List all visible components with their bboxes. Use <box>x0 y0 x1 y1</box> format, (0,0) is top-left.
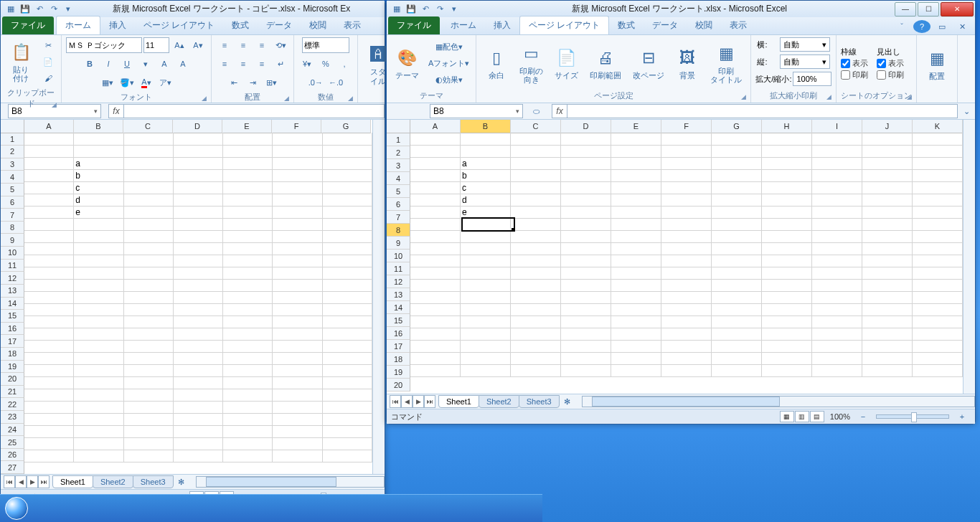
cell[interactable] <box>913 230 963 243</box>
column-header[interactable]: B <box>74 120 123 133</box>
cell[interactable] <box>323 425 372 438</box>
cell[interactable] <box>24 242 74 255</box>
cell[interactable] <box>461 133 511 146</box>
printarea-button[interactable]: 🖨印刷範囲 <box>585 45 626 81</box>
font-expand-icon[interactable]: ▾ <box>137 56 154 72</box>
cell[interactable] <box>862 169 913 182</box>
cell[interactable] <box>223 206 273 219</box>
cell[interactable] <box>174 425 223 438</box>
cell[interactable] <box>273 255 322 267</box>
cell[interactable] <box>712 242 762 255</box>
cell[interactable] <box>323 169 372 182</box>
cell[interactable] <box>74 279 123 292</box>
cell[interactable] <box>762 145 812 158</box>
cell[interactable] <box>611 267 661 280</box>
row-header[interactable]: 23 <box>1 411 24 424</box>
cell[interactable] <box>124 267 174 280</box>
cell[interactable] <box>862 328 913 341</box>
undo-icon[interactable]: ↶ <box>34 4 45 15</box>
gridlines-print-checkbox[interactable]: 印刷 <box>841 70 868 80</box>
tab-formulas[interactable]: 数式 <box>609 16 644 34</box>
cell[interactable] <box>712 315 762 328</box>
cell[interactable] <box>812 291 862 304</box>
scale-input[interactable]: 100% <box>793 72 831 86</box>
column-header[interactable]: H <box>762 120 812 133</box>
cell[interactable] <box>461 267 511 280</box>
column-header[interactable]: A <box>24 120 74 133</box>
cell[interactable] <box>712 340 762 353</box>
cell[interactable] <box>461 255 511 267</box>
qat-more-icon[interactable]: ▾ <box>448 4 460 15</box>
cell[interactable] <box>611 291 661 304</box>
worksheet-grid[interactable]: 1234567891011121314151617181920212223242… <box>1 120 385 474</box>
cell[interactable] <box>611 279 661 292</box>
cell[interactable] <box>511 255 561 267</box>
cell[interactable] <box>124 315 174 328</box>
font-size-input[interactable] <box>143 37 169 53</box>
new-sheet-button[interactable]: ✻ <box>173 474 190 490</box>
cell[interactable] <box>273 303 322 316</box>
row-header[interactable]: 16 <box>1 323 24 336</box>
fx-button[interactable]: fx <box>108 104 123 118</box>
grow-font-button[interactable]: A▴ <box>171 37 188 53</box>
tab-formulas[interactable]: 数式 <box>223 16 258 34</box>
cell[interactable] <box>762 255 812 267</box>
cell[interactable] <box>323 315 372 328</box>
row-header[interactable]: 19 <box>1 361 24 374</box>
cell[interactable] <box>712 169 762 182</box>
cell[interactable] <box>223 352 273 365</box>
number-format-input[interactable] <box>302 37 349 53</box>
cell[interactable] <box>273 181 322 194</box>
cell[interactable] <box>812 133 862 146</box>
cell[interactable] <box>712 218 762 231</box>
cell[interactable]: d <box>461 194 511 207</box>
cell[interactable] <box>461 303 511 316</box>
cell[interactable] <box>174 267 223 280</box>
chevron-down-icon[interactable]: ▾ <box>94 108 98 115</box>
wrap-text-button[interactable]: ↵ <box>272 56 289 72</box>
cell[interactable] <box>461 328 511 341</box>
dialog-launcher-icon[interactable]: ◢ <box>907 93 912 100</box>
window-close-icon[interactable]: ✕ <box>953 19 971 34</box>
cell[interactable] <box>611 157 661 170</box>
cell[interactable] <box>611 218 661 231</box>
cell[interactable] <box>74 315 123 328</box>
cell[interactable] <box>461 340 511 353</box>
cell[interactable] <box>712 303 762 316</box>
cell[interactable] <box>410 169 461 182</box>
cell[interactable] <box>461 230 511 243</box>
decrease-decimal-button[interactable]: ←.0 <box>326 75 345 90</box>
row-header[interactable]: 14 <box>1 298 24 310</box>
cell[interactable] <box>762 242 812 255</box>
cell[interactable] <box>223 291 273 304</box>
cell[interactable] <box>174 181 223 194</box>
align-middle-button[interactable]: ≡ <box>235 37 252 53</box>
cell[interactable]: b <box>74 169 123 182</box>
cell[interactable] <box>24 194 74 207</box>
cell[interactable] <box>661 315 712 328</box>
cell[interactable] <box>273 450 322 462</box>
row-header[interactable]: 11 <box>387 262 410 275</box>
bold-button[interactable]: B <box>81 56 98 72</box>
font-name-input[interactable] <box>66 37 142 53</box>
cell[interactable] <box>174 194 223 207</box>
cell[interactable] <box>712 157 762 170</box>
cell[interactable] <box>273 437 322 450</box>
cell[interactable] <box>24 340 74 353</box>
cell[interactable] <box>511 133 561 146</box>
cell[interactable] <box>862 267 913 280</box>
cell[interactable] <box>174 291 223 304</box>
save-icon[interactable]: 💾 <box>19 4 31 15</box>
cell[interactable] <box>24 145 74 158</box>
cell[interactable] <box>273 279 322 292</box>
cell[interactable] <box>762 218 812 231</box>
cell[interactable] <box>812 194 862 207</box>
cell[interactable] <box>762 328 812 341</box>
cell[interactable] <box>762 194 812 207</box>
tab-review[interactable]: 校閲 <box>687 16 721 34</box>
cell[interactable] <box>712 194 762 207</box>
decrease-indent-button[interactable]: ⇤ <box>225 75 242 90</box>
cell[interactable] <box>661 194 712 207</box>
cell[interactable] <box>862 218 913 231</box>
cell[interactable] <box>862 340 913 353</box>
